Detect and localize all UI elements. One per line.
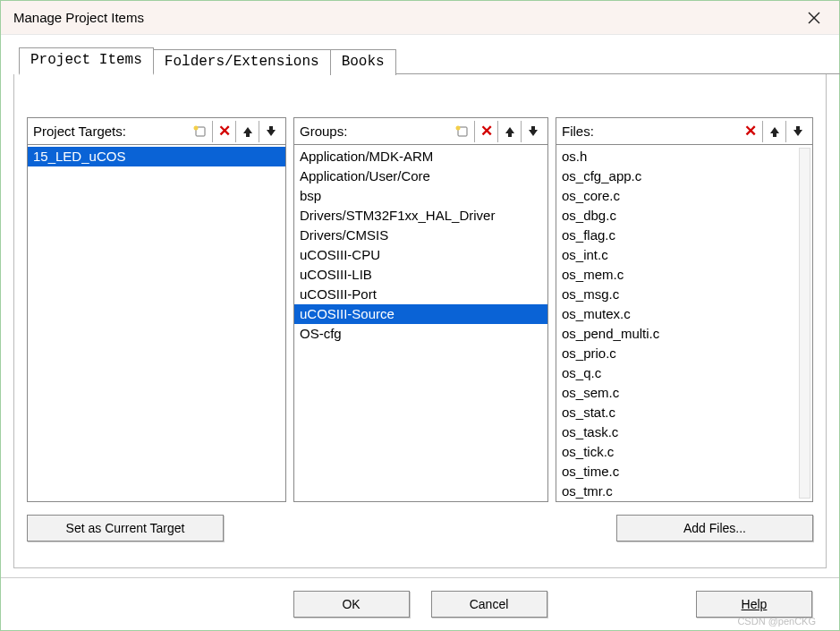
- svg-point-3: [194, 125, 199, 130]
- new-icon: [193, 125, 208, 138]
- files-list-item[interactable]: os_task.c: [556, 422, 812, 442]
- groups-list-item[interactable]: Application/MDK-ARM: [294, 147, 547, 166]
- ok-button[interactable]: OK: [293, 591, 410, 618]
- help-button[interactable]: Help: [696, 591, 812, 618]
- cancel-button[interactable]: Cancel: [431, 591, 547, 618]
- groups-list-item[interactable]: Drivers/STM32F1xx_HAL_Driver: [294, 206, 547, 226]
- watermark-text: CSDN @penCKG: [737, 616, 816, 627]
- files-list-item[interactable]: os_flag.c: [556, 226, 812, 245]
- arrow-up-icon: [768, 125, 781, 138]
- add-files-button[interactable]: Add Files...: [616, 515, 813, 541]
- files-list-item[interactable]: os_q.c: [556, 363, 812, 383]
- files-list-item[interactable]: os_stat.c: [556, 403, 812, 422]
- tab-folders-extensions[interactable]: Folders/Extensions: [153, 49, 331, 75]
- groups-listbox[interactable]: Application/MDK-ARMApplication/User/Core…: [294, 145, 547, 501]
- files-delete-button[interactable]: ✕: [739, 121, 762, 142]
- arrow-down-icon: [792, 125, 804, 138]
- groups-list-item[interactable]: OS-cfg: [294, 324, 547, 344]
- tab-project-items[interactable]: Project Items: [19, 47, 154, 75]
- targets-list-item[interactable]: 15_LED_uCOS: [28, 147, 285, 166]
- targets-column: Project Targets: ✕: [27, 117, 286, 502]
- close-icon: [808, 12, 820, 24]
- files-list-item[interactable]: os_sem.c: [556, 383, 812, 403]
- files-list-item[interactable]: os_cfg_app.c: [556, 166, 812, 186]
- files-list-item[interactable]: os_time.c: [556, 462, 812, 482]
- under-panels-row: Set as Current Target Add Files...: [27, 515, 813, 541]
- groups-column: Groups: ✕: [293, 117, 548, 502]
- delete-icon: ✕: [218, 122, 231, 141]
- files-list-item[interactable]: os_dbg.c: [556, 206, 812, 226]
- groups-label: Groups:: [300, 124, 447, 139]
- three-panels: Project Targets: ✕: [27, 117, 813, 502]
- files-list-item[interactable]: os_int.c: [556, 245, 812, 265]
- groups-list-item[interactable]: uCOSIII-Source: [294, 304, 547, 324]
- files-list-item[interactable]: os_tick.c: [556, 442, 812, 462]
- targets-new-button[interactable]: [189, 121, 212, 142]
- svg-point-5: [456, 125, 461, 130]
- tab-books[interactable]: Books: [330, 49, 396, 75]
- dialog-title: Manage Project Items: [13, 10, 144, 25]
- arrow-down-icon: [265, 125, 277, 138]
- dialog-button-row: OK Cancel Help CSDN @penCKG: [1, 577, 839, 630]
- targets-down-button[interactable]: [259, 121, 282, 142]
- files-label: Files:: [562, 124, 735, 139]
- groups-down-button[interactable]: [521, 121, 544, 142]
- delete-icon: ✕: [744, 122, 757, 141]
- groups-header: Groups: ✕: [294, 118, 547, 145]
- groups-list-item[interactable]: bsp: [294, 186, 547, 206]
- arrow-up-icon: [504, 125, 516, 138]
- groups-list-item[interactable]: Drivers/CMSIS: [294, 226, 547, 245]
- files-list-item[interactable]: os_mem.c: [556, 265, 812, 285]
- close-button[interactable]: [800, 5, 828, 30]
- files-list-item[interactable]: os_prio.c: [556, 344, 812, 363]
- files-list-item[interactable]: os_pend_multi.c: [556, 324, 812, 344]
- targets-delete-button[interactable]: ✕: [212, 121, 235, 142]
- files-column: Files: ✕ os.hos_cfg_app.cos_: [556, 117, 813, 502]
- arrow-up-icon: [242, 125, 254, 138]
- targets-header: Project Targets: ✕: [28, 118, 285, 145]
- files-list-item[interactable]: os_tmr.c: [556, 482, 812, 501]
- tab-panel: Project Targets: ✕: [13, 74, 827, 568]
- set-current-target-button[interactable]: Set as Current Target: [27, 515, 224, 541]
- files-list-item[interactable]: os_mutex.c: [556, 304, 812, 324]
- files-list-item[interactable]: os.h: [556, 147, 812, 166]
- groups-list-item[interactable]: uCOSIII-Port: [294, 285, 547, 304]
- groups-list-item[interactable]: Application/User/Core: [294, 166, 547, 186]
- files-header: Files: ✕: [556, 118, 812, 145]
- files-list-item[interactable]: os_core.c: [556, 186, 812, 206]
- tab-strip: Project Items Folders/Extensions Books: [19, 47, 839, 74]
- title-bar: Manage Project Items: [1, 1, 839, 35]
- arrow-down-icon: [527, 125, 539, 138]
- files-down-button[interactable]: [785, 121, 809, 142]
- groups-up-button[interactable]: [497, 121, 521, 142]
- files-up-button[interactable]: [762, 121, 785, 142]
- groups-list-item[interactable]: uCOSIII-CPU: [294, 245, 547, 265]
- new-icon: [455, 125, 470, 138]
- files-scrollbar[interactable]: [799, 148, 810, 499]
- targets-up-button[interactable]: [235, 121, 259, 142]
- groups-delete-button[interactable]: ✕: [474, 121, 497, 142]
- files-listbox[interactable]: os.hos_cfg_app.cos_core.cos_dbg.cos_flag…: [556, 145, 812, 501]
- files-list-item[interactable]: os_msg.c: [556, 285, 812, 304]
- targets-listbox[interactable]: 15_LED_uCOS: [28, 145, 285, 501]
- groups-list-item[interactable]: uCOSIII-LIB: [294, 265, 547, 285]
- groups-new-button[interactable]: [451, 121, 474, 142]
- delete-icon: ✕: [480, 122, 493, 141]
- targets-label: Project Targets:: [33, 124, 185, 139]
- dialog-window: Manage Project Items Project Items Folde…: [0, 0, 840, 631]
